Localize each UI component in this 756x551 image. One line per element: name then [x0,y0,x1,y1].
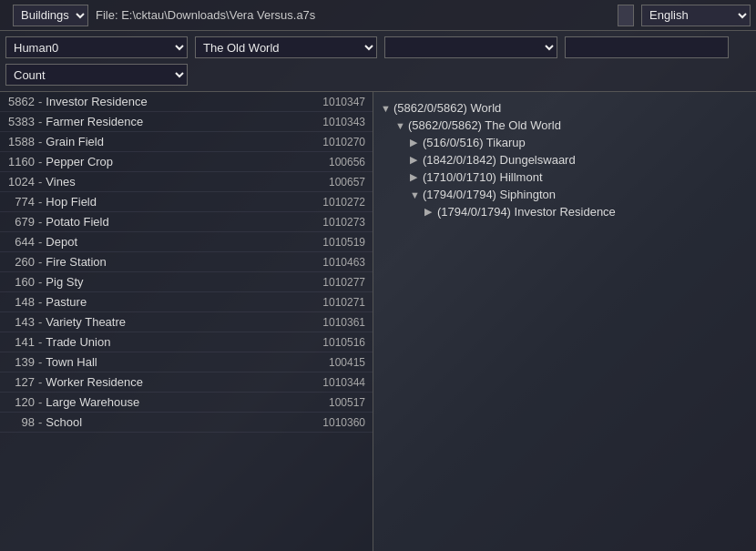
building-count: 679 [7,215,35,229]
list-item[interactable]: 5862 - Investor Residence 1010347 [0,92,373,112]
building-dash: - [38,235,42,249]
list-item[interactable]: 260 - Fire Station 1010463 [0,252,373,272]
building-name: Town Hall [46,355,97,369]
list-item[interactable]: 644 - Depot 1010519 [0,232,373,252]
orderby-group: Count [5,62,188,86]
tree-panel[interactable]: ▼ (5862/0/5862) World ▼ (5862/0/5862) Th… [373,92,756,551]
building-count: 141 [7,335,35,349]
building-info: 644 - Depot [7,235,77,249]
tree-arrow: ▶ [410,171,419,183]
building-id: 1010361 [311,316,365,329]
building-id: 100415 [311,356,365,369]
building-count: 143 [7,315,35,329]
building-dash: - [38,295,42,309]
tree-item[interactable]: ▼ (5862/0/5862) World [377,99,752,117]
building-name: Large Warehouse [46,395,139,409]
building-dash: - [38,395,42,409]
list-item[interactable]: 148 - Pasture 1010271 [0,292,373,312]
tree-item[interactable]: ▶ (516/0/516) Tikarup [377,134,752,151]
building-name: Investor Residence [46,95,147,108]
building-info: 98 - School [7,415,82,429]
list-item[interactable]: 5383 - Farmer Residence 1010343 [0,112,373,132]
building-info: 774 - Hop Field [7,195,97,209]
building-info: 160 - Pig Sty [7,275,84,289]
building-count: 260 [7,255,35,269]
island-select[interactable] [384,36,557,58]
building-name: Vines [46,175,75,189]
list-item[interactable]: 141 - Trade Union 1010516 [0,332,373,352]
map-group: The Old World [195,35,377,58]
building-name: Pasture [46,295,87,309]
player-select[interactable]: Human0 [5,36,188,58]
tree-label: (1794/0/1794) Investor Residence [437,205,616,219]
building-info: 1588 - Grain Field [7,135,104,148]
tree-arrow: ▶ [410,154,419,166]
building-dash: - [38,275,42,289]
building-dash: - [38,415,42,429]
building-name: Variety Theatre [46,315,126,329]
tree-label: (1842/0/1842) Dungelswaard [423,153,576,167]
file-label: File: [96,8,121,22]
tree-arrow: ▼ [395,120,404,131]
building-count: 1024 [7,175,35,189]
tree-item[interactable]: ▼ (5862/0/5862) The Old World [377,117,752,134]
tree-item[interactable]: ▶ (1794/0/1794) Investor Residence [377,203,752,220]
building-list[interactable]: 5862 - Investor Residence 1010347 5383 -… [0,92,373,551]
building-info: 127 - Worker Residence [7,375,143,389]
list-item[interactable]: 127 - Worker Residence 1010344 [0,372,373,393]
building-count: 120 [7,395,35,409]
map-select[interactable]: The Old World [195,36,377,58]
building-name: Pepper Crop [46,155,113,168]
search-input[interactable] [565,36,729,58]
building-count: 127 [7,375,35,389]
list-item[interactable]: 98 - School 1010360 [0,413,373,433]
building-id: 1010343 [311,116,365,128]
building-name: Hop Field [46,195,97,209]
building-id: 1010519 [311,236,365,249]
building-id: 1010271 [311,296,365,309]
orderby-select[interactable]: Count [5,64,188,86]
tree-label: (1794/0/1794) Siphington [423,188,556,201]
tree-item[interactable]: ▶ (1710/0/1710) Hillmont [377,168,752,186]
list-item[interactable]: 774 - Hop Field 1010272 [0,192,373,212]
building-dash: - [38,155,42,168]
tree-arrow: ▶ [424,206,434,218]
tree-arrow: ▶ [410,137,419,148]
tree-label: (5862/0/5862) The Old World [408,118,561,132]
building-count: 774 [7,195,35,209]
tree-item[interactable]: ▶ (1842/0/1842) Dungelswaard [377,151,752,168]
building-info: 679 - Potato Field [7,215,109,229]
dots-button[interactable] [618,5,634,26]
building-count: 148 [7,295,35,309]
list-item[interactable]: 1024 - Vines 100657 [0,172,373,192]
building-dash: - [38,195,42,209]
building-count: 160 [7,275,35,289]
list-item[interactable]: 120 - Large Warehouse 100517 [0,393,373,413]
building-name: Trade Union [46,335,110,349]
building-name: Potato Field [46,215,108,229]
list-item[interactable]: 139 - Town Hall 100415 [0,352,373,372]
building-name: Grain Field [46,135,104,148]
building-dash: - [38,95,42,108]
file-path: File: E:\cktau\Downloads\Vera Versus.a7s [96,8,610,22]
order-row: Count [5,62,751,86]
building-name: Farmer Residence [46,115,143,128]
building-dash: - [38,255,42,269]
list-item[interactable]: 1588 - Grain Field 1010270 [0,132,373,152]
player-group: Human0 [5,35,188,58]
building-count: 5862 [7,95,35,108]
building-id: 100517 [311,396,365,409]
building-info: 5862 - Investor Residence [7,95,148,108]
mode-select[interactable]: Buildings [13,5,88,26]
building-info: 5383 - Farmer Residence [7,115,143,128]
building-id: 1010360 [311,416,365,429]
list-item[interactable]: 143 - Variety Theatre 1010361 [0,312,373,332]
list-item[interactable]: 679 - Potato Field 1010273 [0,212,373,232]
list-item[interactable]: 160 - Pig Sty 1010277 [0,272,373,292]
tree-item[interactable]: ▼ (1794/0/1794) Siphington [377,186,752,203]
language-select[interactable]: English [641,5,751,26]
list-item[interactable]: 1160 - Pepper Crop 100656 [0,152,373,172]
search-group [565,35,729,58]
island-group [384,35,557,58]
building-count: 1160 [7,155,35,168]
